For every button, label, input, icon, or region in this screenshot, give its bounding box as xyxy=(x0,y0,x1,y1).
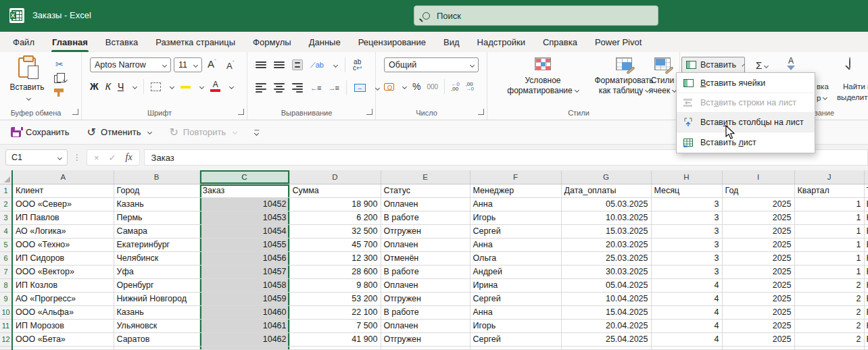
bold-button[interactable]: Ж xyxy=(90,81,99,92)
column-header-J[interactable]: J xyxy=(794,170,864,184)
cell[interactable]: 12 300 xyxy=(289,251,381,265)
font-name-select[interactable]: Aptos Narrow xyxy=(90,57,171,72)
cell[interactable]: В работе xyxy=(381,211,470,224)
cell[interactable]: 2025 xyxy=(722,292,794,305)
cell[interactable]: 45 700 xyxy=(289,238,381,251)
cell[interactable]: Ольга xyxy=(470,251,561,265)
clipboard-dialog-launcher-icon[interactable] xyxy=(72,109,78,115)
cell[interactable]: 1 xyxy=(794,238,864,251)
column-header-E[interactable]: E xyxy=(381,170,470,184)
cell[interactable]: 2 xyxy=(794,332,864,346)
cell[interactable]: К xyxy=(864,211,868,224)
insert-function-icon[interactable]: fx xyxy=(126,152,132,163)
cell[interactable]: Сергей xyxy=(470,332,561,346)
cell[interactable] xyxy=(470,346,561,349)
enter-icon[interactable]: ✓ xyxy=(109,153,116,163)
cell[interactable]: В xyxy=(864,332,868,346)
row-header[interactable]: 9 xyxy=(0,292,12,305)
cell[interactable]: 10.03.2025 xyxy=(561,211,651,224)
row-header[interactable]: 10 xyxy=(0,305,12,319)
cell[interactable]: 3 xyxy=(651,265,722,278)
cell[interactable]: 20.04.2025 xyxy=(561,319,651,332)
cell[interactable]: 10453 xyxy=(199,211,289,224)
cell[interactable]: 28 600 xyxy=(289,265,381,278)
cell[interactable]: 25.04.2025 xyxy=(561,332,651,346)
row-header[interactable]: 4 xyxy=(0,224,12,238)
cell[interactable]: 1 xyxy=(794,224,864,238)
column-header-I[interactable]: I xyxy=(722,170,794,184)
cell[interactable]: 15.03.2025 xyxy=(561,224,651,238)
cell[interactable]: 41 900 xyxy=(289,332,381,346)
italic-button[interactable]: К xyxy=(105,81,111,92)
cell[interactable]: 10454 xyxy=(199,224,289,238)
cell[interactable]: Саратов xyxy=(114,332,199,346)
cell[interactable] xyxy=(794,346,864,349)
cell[interactable]: 3 xyxy=(651,211,722,224)
cell[interactable]: 2 xyxy=(794,305,864,319)
conditional-formatting-button[interactable]: Условное форматирование xyxy=(500,57,586,96)
menu-item-вставить-ячейки[interactable]: Вставить ячейки xyxy=(677,74,815,93)
redo-button[interactable]: ↻ Повторить xyxy=(169,127,237,137)
cell[interactable]: Оренбург xyxy=(114,278,199,292)
menu-item-вставить-столбцы-на-лист[interactable]: Вставить столбцы на лист xyxy=(677,113,815,132)
cell[interactable]: 2 xyxy=(794,292,864,305)
cell[interactable]: 2025 xyxy=(722,224,794,238)
cell[interactable]: 3 xyxy=(651,224,722,238)
cut-button[interactable]: ✂ xyxy=(55,59,64,70)
cell[interactable]: 4 xyxy=(651,292,722,305)
cell[interactable]: В xyxy=(864,305,868,319)
font-size-select[interactable]: 11 xyxy=(174,57,202,72)
sort-filter-button[interactable]: А xyxy=(787,57,795,70)
cell[interactable]: ИП Павлов xyxy=(12,211,114,224)
cell[interactable]: ИП Сидоров xyxy=(12,251,114,265)
cell[interactable]: Город xyxy=(114,184,199,197)
cell[interactable]: Сергей xyxy=(470,224,561,238)
cell[interactable]: 2025 xyxy=(722,251,794,265)
cell[interactable]: 9 800 xyxy=(289,278,381,292)
column-header-H[interactable]: H xyxy=(651,170,722,184)
decrease-decimal-button[interactable]: ,00→0 xyxy=(466,82,474,91)
tab-power-pivot[interactable]: Power Pivot xyxy=(586,32,650,52)
percent-style-button[interactable]: % xyxy=(412,81,420,92)
cell[interactable]: 4 xyxy=(651,278,722,292)
cell[interactable]: 2025 xyxy=(722,211,794,224)
wrap-text-button[interactable]: abc↩ xyxy=(353,59,362,71)
borders-icon[interactable] xyxy=(151,82,161,91)
cell[interactable]: В xyxy=(864,265,868,278)
cell[interactable]: Отгружен xyxy=(381,332,470,346)
cell[interactable]: АО «Прогресс» xyxy=(12,292,114,305)
cell[interactable]: Ирина xyxy=(470,278,561,292)
align-top-button[interactable] xyxy=(256,61,266,68)
cell[interactable]: 10458 xyxy=(199,278,289,292)
increase-font-button[interactable]: Aˆ xyxy=(208,58,216,70)
increase-decimal-button[interactable]: ←0,00 xyxy=(451,82,459,91)
row-header[interactable]: 2 xyxy=(0,197,12,211)
find-select-button[interactable] xyxy=(849,57,850,70)
cell[interactable]: К xyxy=(864,319,868,332)
column-header-F[interactable]: F xyxy=(470,170,561,184)
cell[interactable] xyxy=(12,346,114,349)
column-header-G[interactable]: G xyxy=(561,170,651,184)
name-box[interactable]: C1 xyxy=(5,149,68,166)
cell[interactable]: 2025 xyxy=(722,332,794,346)
select-all-corner[interactable] xyxy=(0,170,12,184)
cell[interactable]: 4 xyxy=(651,319,722,332)
cell[interactable]: 10.04.2025 xyxy=(561,292,651,305)
cell[interactable]: В xyxy=(864,197,868,211)
cell[interactable]: Игорь xyxy=(470,211,561,224)
tab-файл[interactable]: Файл xyxy=(4,32,43,52)
cell[interactable]: Сумма xyxy=(289,184,381,197)
cell[interactable]: 2025 xyxy=(722,319,794,332)
cell[interactable]: 15.04.2025 xyxy=(561,305,651,319)
align-center-button[interactable] xyxy=(274,83,285,93)
cell[interactable]: Менеджер xyxy=(470,184,561,197)
cell[interactable]: 1 xyxy=(794,265,864,278)
cell[interactable]: К xyxy=(864,278,868,292)
tab-формулы[interactable]: Формулы xyxy=(244,32,300,52)
cell[interactable]: К xyxy=(864,251,868,265)
cell[interactable]: Отгружен xyxy=(381,292,470,305)
tab-разметка-страницы[interactable]: Разметка страницы xyxy=(147,32,244,52)
row-header[interactable]: 8 xyxy=(0,278,12,292)
cell[interactable]: 2 xyxy=(794,278,864,292)
cell[interactable]: 10459 xyxy=(199,292,289,305)
